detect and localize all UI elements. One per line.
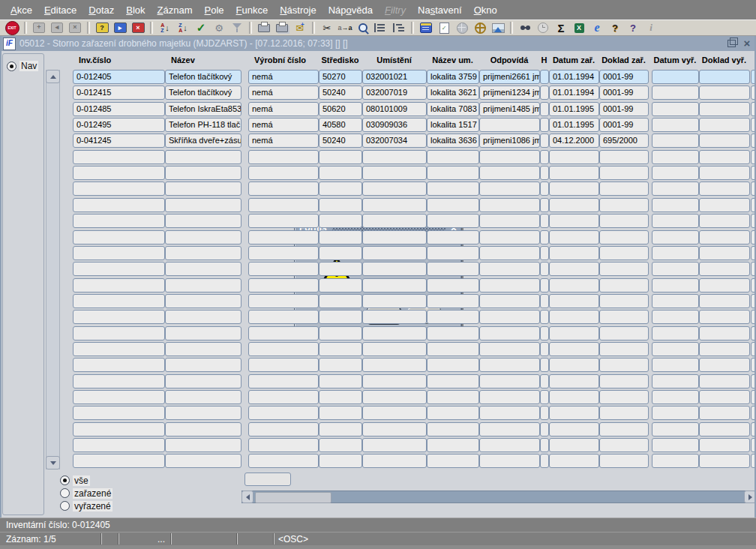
table-cell[interactable]	[549, 422, 599, 436]
table-cell[interactable]: 0-012485	[73, 102, 165, 116]
scroll-left-button[interactable]	[242, 490, 254, 503]
table-cell[interactable]	[479, 342, 540, 356]
table-cell[interactable]	[479, 278, 540, 292]
table-cell[interactable]	[427, 374, 479, 388]
table-cell[interactable]	[319, 454, 362, 468]
table-cell[interactable]	[599, 246, 649, 260]
table-cell[interactable]	[540, 118, 549, 132]
table-cell[interactable]: 01.01.1994	[549, 86, 599, 100]
table-cell[interactable]	[427, 182, 479, 196]
table-cell[interactable]: nemá	[248, 118, 319, 132]
menu-dotaz[interactable]: Dotaz	[82, 2, 120, 18]
table-cell[interactable]	[652, 166, 699, 180]
table-cell[interactable]	[248, 246, 319, 260]
table-cell[interactable]	[165, 150, 242, 164]
table-cell[interactable]: nemá	[248, 102, 319, 116]
table-cell[interactable]	[73, 358, 165, 372]
table-cell[interactable]	[165, 246, 242, 260]
table-cell[interactable]	[362, 454, 427, 468]
table-cell[interactable]	[427, 294, 479, 308]
globe-icon[interactable]	[453, 20, 471, 35]
table-cell[interactable]	[165, 454, 242, 468]
table-cell[interactable]	[652, 182, 699, 196]
table-cell[interactable]	[540, 214, 549, 228]
insert-record-icon[interactable]: +	[30, 20, 48, 35]
table-cell[interactable]: Telefon tlačítkový	[165, 70, 242, 84]
table-cell[interactable]: 50620	[319, 102, 362, 116]
table-cell[interactable]	[540, 454, 549, 468]
table-cell[interactable]	[652, 214, 699, 228]
table-cell[interactable]	[599, 182, 649, 196]
table-cell[interactable]	[319, 358, 362, 372]
table-cell[interactable]	[652, 374, 699, 388]
table-cell[interactable]	[362, 246, 427, 260]
table-cell[interactable]	[479, 406, 540, 420]
table-cell[interactable]	[165, 422, 242, 436]
table-cell[interactable]	[73, 166, 165, 180]
table-cell[interactable]	[362, 438, 427, 452]
table-cell[interactable]	[540, 374, 549, 388]
table-cell[interactable]	[699, 438, 750, 452]
table-cell[interactable]: 01.01.1994	[549, 70, 599, 84]
table-cell[interactable]	[699, 118, 750, 132]
table-cell[interactable]	[362, 358, 427, 372]
table-cell[interactable]	[73, 438, 165, 452]
table-cell[interactable]: 032007019	[362, 86, 427, 100]
info-icon[interactable]: i	[642, 20, 660, 35]
table-cell[interactable]	[362, 422, 427, 436]
table-cell[interactable]	[248, 214, 319, 228]
table-cell[interactable]	[319, 166, 362, 180]
table-cell[interactable]	[540, 86, 549, 100]
table-cell[interactable]	[599, 310, 649, 324]
table-cell[interactable]	[319, 438, 362, 452]
table-cell[interactable]	[319, 390, 362, 404]
table-cell[interactable]	[652, 422, 699, 436]
table-cell[interactable]	[652, 102, 699, 116]
print-icon[interactable]	[255, 20, 273, 35]
table-cell[interactable]	[427, 166, 479, 180]
find-icon[interactable]	[354, 20, 372, 35]
table-cell[interactable]	[479, 150, 540, 164]
table-cell[interactable]	[699, 86, 750, 100]
table-cell[interactable]	[699, 278, 750, 292]
menu-blok[interactable]: Blok	[120, 2, 151, 18]
table-cell[interactable]: 0-041245	[73, 134, 165, 148]
table-cell[interactable]	[549, 390, 599, 404]
table-cell[interactable]	[427, 230, 479, 244]
table-cell[interactable]	[319, 342, 362, 356]
table-cell[interactable]	[549, 214, 599, 228]
table-cell[interactable]	[699, 358, 750, 372]
table-cell[interactable]: prijmeni1086 jm	[479, 134, 540, 148]
menu-editace[interactable]: Editace	[38, 2, 82, 18]
table-cell[interactable]	[427, 278, 479, 292]
table-cell[interactable]	[248, 278, 319, 292]
table-cell[interactable]: 40580	[319, 118, 362, 132]
table-cell[interactable]	[540, 342, 549, 356]
menu-napoveda[interactable]: Nápověda	[322, 2, 379, 18]
table-cell[interactable]	[165, 438, 242, 452]
table-cell[interactable]	[652, 150, 699, 164]
table-cell[interactable]	[540, 310, 549, 324]
table-cell[interactable]	[599, 166, 649, 180]
table-cell[interactable]	[652, 118, 699, 132]
table-cell[interactable]	[319, 150, 362, 164]
table-cell[interactable]	[652, 86, 699, 100]
table-cell[interactable]	[599, 326, 649, 340]
table-cell[interactable]	[427, 262, 479, 276]
table-cell[interactable]	[540, 70, 549, 84]
copy-record-icon[interactable]: ◂	[48, 20, 66, 35]
table-cell[interactable]	[73, 454, 165, 468]
table-cell[interactable]	[319, 214, 362, 228]
menu-pole[interactable]: Pole	[199, 2, 230, 18]
table-cell[interactable]	[540, 246, 549, 260]
table-cell[interactable]	[73, 278, 165, 292]
table-cell[interactable]	[540, 182, 549, 196]
table-cell[interactable]	[699, 310, 750, 324]
table-cell[interactable]	[248, 230, 319, 244]
table-cell[interactable]: 0-012415	[73, 86, 165, 100]
table-cell[interactable]	[652, 294, 699, 308]
menu-nastaveni[interactable]: Nastavení	[412, 2, 468, 18]
table-cell[interactable]	[479, 182, 540, 196]
table-cell[interactable]	[362, 310, 427, 324]
table-cell[interactable]: 032007034	[362, 134, 427, 148]
